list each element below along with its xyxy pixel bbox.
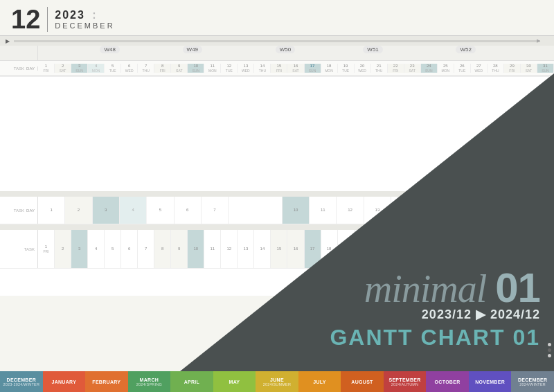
progress-end: ▶ [537, 38, 540, 44]
task-label-mid: TASK [14, 208, 24, 213]
day-1: 1FRI [38, 64, 55, 73]
week-w52: W52 [456, 46, 475, 53]
low-day-1: 1FRI [38, 230, 55, 268]
overlay-content: minimal 01 2023/12 ▶ 2024/12 GANTT CHART… [330, 269, 540, 350]
tab-september-name: SEPTEMBER [388, 377, 420, 382]
low-day-8: 8 [154, 230, 171, 268]
day-20: 20WED [355, 64, 371, 73]
tab-september[interactable]: SEPTEMBER 2024/AUTUMN [384, 371, 427, 392]
day-11: 11MON [204, 64, 221, 73]
day-17: 17SUN [305, 64, 321, 73]
low-day-5: 5 [105, 230, 121, 268]
week-header: W48 W49 W50 W51 W52 [0, 46, 554, 61]
tab-june[interactable]: JUNE 2024/SUMMER [256, 371, 298, 392]
day-29: 29FRI [504, 64, 521, 73]
minimal-01-num: 01 [495, 265, 540, 311]
day-10: 10SUN [188, 64, 204, 73]
day-22: 22FRI [388, 64, 404, 73]
progress-bar [14, 40, 540, 42]
day-31: 31SUN [537, 64, 554, 73]
month-bar: DECEMBER 2023-2024/WINTER JANUARY FEBRUA… [0, 371, 554, 392]
minimal-word: minimal [364, 267, 487, 310]
tab-april[interactable]: APRIL [170, 371, 213, 392]
header-divider [47, 7, 48, 32]
low-day-3: 3 [71, 230, 88, 268]
day-21: 21THU [371, 64, 388, 73]
day-4: 4MON [88, 64, 105, 73]
middle-task-label: TASK DAY [0, 197, 38, 224]
page: 12 2023 : DECEMBER Kotohakebi Planner ▶ … [0, 0, 554, 392]
day-14: 14THU [254, 64, 271, 73]
tab-august-name: AUGUST [351, 380, 373, 384]
low-day-6: 6 [121, 230, 138, 268]
day-8: 8FRI [154, 64, 171, 73]
day-6: 6WED [121, 64, 138, 73]
dot-1[interactable] [548, 343, 551, 346]
lower-task-label: TASK [0, 230, 38, 268]
tab-march-name: MARCH [140, 377, 159, 382]
week-w48: W48 [100, 46, 119, 53]
tab-august[interactable]: AUGUST [341, 371, 384, 392]
day-28: 28THU [488, 64, 504, 73]
tab-february[interactable]: FEBRUARY [85, 371, 128, 392]
tab-september-season: 2024/AUTUMN [391, 382, 419, 386]
tab-january[interactable]: JANUARY [43, 371, 86, 392]
day-3: 3SUN [71, 64, 88, 73]
tab-october-name: OCTOBER [435, 380, 461, 384]
day-16: 16SAT [287, 64, 304, 73]
tab-april-name: APRIL [184, 380, 200, 384]
dot-2[interactable] [548, 348, 551, 352]
week-w51: W51 [363, 46, 382, 53]
day-5: 5TUE [105, 64, 121, 73]
day-12: 12TUE [221, 64, 238, 73]
week-w49: W49 [183, 46, 202, 53]
tab-june-name: JUNE [270, 377, 284, 382]
navigation-dots [548, 343, 551, 357]
task-label-lower: TASK [24, 247, 35, 251]
dot-3[interactable] [548, 354, 551, 357]
day-9: 9SAT [171, 64, 188, 73]
day-7: 7THU [138, 64, 154, 73]
year-month: 2023 : DECEMBER [55, 9, 114, 30]
day-18: 18MON [321, 64, 338, 73]
tab-december-2023-name: DECEMBER [7, 377, 36, 382]
tab-december-2023-season: 2023-2024/WINTER [3, 382, 39, 386]
year-text: 2023 : [55, 9, 114, 21]
day-13: 13WED [238, 64, 254, 73]
tab-may[interactable]: MAY [213, 371, 256, 392]
gantt-chart-title: GANTT CHART 01 [330, 325, 540, 350]
tab-june-season: 2024/SUMMER [263, 382, 291, 386]
tab-july-name: JULY [313, 380, 325, 384]
tab-march[interactable]: MARCH 2024/SPRING [128, 371, 171, 392]
mid-day-3: 3 [93, 197, 120, 224]
day-27: 27WED [471, 64, 488, 73]
tab-december-2024-season: 2024/WINTER [519, 382, 546, 386]
low-day-2: 2 [55, 230, 71, 268]
tab-december-2024[interactable]: DECEMBER 2024/WINTER [511, 371, 554, 392]
tab-december-2023[interactable]: DECEMBER 2023-2024/WINTER [0, 371, 43, 392]
day-25: 25MON [438, 64, 454, 73]
low-day-7: 7 [138, 230, 154, 268]
day-15: 15FRI [271, 64, 287, 73]
day-23: 23SAT [404, 64, 421, 73]
day-24: 24SUN [421, 64, 438, 73]
header: 12 2023 : DECEMBER Kotohakebi Planner [0, 0, 554, 36]
month-text: DECEMBER [55, 21, 114, 30]
day-2: 2SAT [55, 64, 71, 73]
month-number: 12 [11, 6, 40, 33]
tab-may-name: MAY [229, 380, 240, 384]
minimal-script-text: minimal 01 [330, 269, 540, 307]
mid-day-5: 5 [147, 197, 174, 224]
tab-november[interactable]: NOVEMBER [469, 371, 512, 392]
tab-october[interactable]: OCTOBER [426, 371, 469, 392]
week-w50: W50 [276, 46, 295, 53]
day-text: DAY [26, 66, 35, 71]
progress-arrow-icon: ▶ [6, 38, 10, 44]
low-day-4: 4 [88, 230, 105, 268]
tab-july[interactable]: JULY [298, 371, 341, 392]
date-range: 2023/12 ▶ 2024/12 [330, 307, 540, 322]
days-grid-upper: 1FRI 2SAT 3SUN 4MON 5TUE 6WED 7THU 8FRI … [38, 64, 554, 73]
progress-row: ▶ ▶ [0, 36, 554, 46]
day-26: 26TUE [454, 64, 471, 73]
day-30: 30SAT [521, 64, 537, 73]
